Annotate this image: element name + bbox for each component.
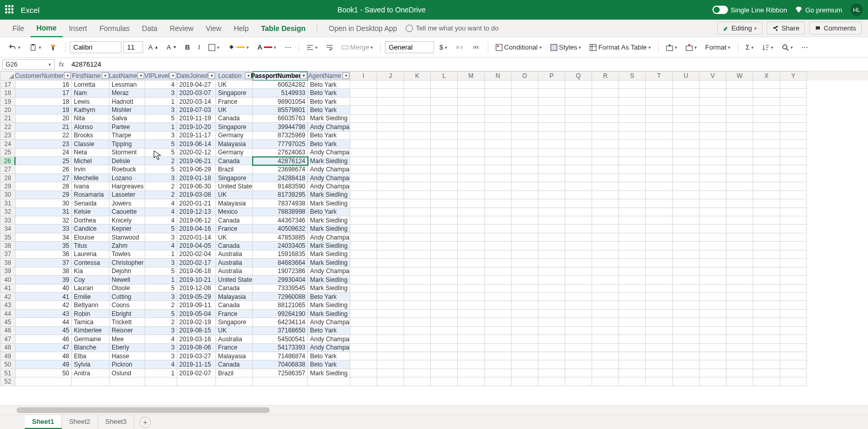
cell[interactable] <box>780 233 807 242</box>
find-button[interactable]: ▾ <box>779 42 796 53</box>
cell[interactable] <box>377 284 404 293</box>
cell[interactable]: 37 <box>16 259 72 267</box>
cell[interactable] <box>619 123 646 131</box>
cell[interactable]: Eberly <box>110 344 145 352</box>
cell[interactable] <box>619 216 646 225</box>
cell[interactable] <box>673 344 700 352</box>
cell[interactable] <box>538 233 565 242</box>
cell[interactable] <box>404 165 431 173</box>
cell[interactable] <box>485 157 512 165</box>
cell[interactable] <box>565 123 592 131</box>
cell[interactable]: 5 <box>145 140 177 148</box>
cell[interactable]: 39 <box>16 276 72 284</box>
cell[interactable] <box>673 123 700 131</box>
cell[interactable]: Kia <box>72 267 110 276</box>
cell[interactable] <box>780 242 807 250</box>
cell[interactable] <box>700 242 726 250</box>
cell[interactable] <box>512 250 538 259</box>
cell[interactable] <box>377 377 404 386</box>
row-header[interactable]: 32 <box>0 208 16 216</box>
cell[interactable] <box>458 369 485 377</box>
row-header[interactable]: 39 <box>0 267 16 276</box>
cell[interactable]: 2020-03-14 <box>177 98 216 106</box>
cell[interactable] <box>726 233 753 242</box>
cell[interactable]: Mark Siedling <box>308 310 350 318</box>
cell[interactable] <box>485 352 512 360</box>
cell[interactable] <box>753 369 780 377</box>
cell[interactable] <box>350 132 377 140</box>
cell[interactable] <box>485 106 512 114</box>
cell[interactable]: 78838998 <box>253 208 308 216</box>
cell[interactable] <box>726 377 753 386</box>
select-all-corner[interactable] <box>0 71 16 81</box>
cell[interactable] <box>673 276 700 284</box>
cell[interactable] <box>565 310 592 318</box>
increase-decimal-button[interactable]: .0 <box>453 42 467 53</box>
cell[interactable] <box>404 318 431 326</box>
cell[interactable] <box>431 233 458 242</box>
cell[interactable] <box>780 216 807 225</box>
cell[interactable] <box>485 174 512 182</box>
cell[interactable] <box>458 199 485 208</box>
cell[interactable] <box>700 140 726 148</box>
cell[interactable]: Elba <box>72 352 110 360</box>
cell[interactable] <box>565 149 592 157</box>
cell[interactable] <box>512 377 538 386</box>
cell[interactable] <box>646 327 673 335</box>
cell[interactable] <box>538 360 565 369</box>
cell[interactable]: 2020-01-14 <box>177 233 216 242</box>
cell[interactable] <box>538 81 565 89</box>
cell[interactable] <box>619 174 646 182</box>
conditional-formatting-button[interactable]: Conditional▾ <box>492 41 545 53</box>
cell[interactable]: Beto Yark <box>308 89 350 97</box>
cell[interactable] <box>377 327 404 335</box>
cell[interactable] <box>565 174 592 182</box>
cell[interactable] <box>431 216 458 225</box>
cell[interactable] <box>726 191 753 199</box>
cell[interactable] <box>485 115 512 123</box>
cell[interactable]: 15916835 <box>253 250 308 259</box>
cell[interactable]: 2019-01-18 <box>177 174 216 182</box>
cell[interactable] <box>458 284 485 293</box>
cell[interactable] <box>377 369 404 377</box>
cell[interactable] <box>350 293 377 301</box>
cell[interactable] <box>377 225 404 233</box>
cell[interactable] <box>485 89 512 97</box>
cell[interactable]: Reisner <box>110 327 145 335</box>
cell[interactable]: 46 <box>16 335 72 343</box>
cell[interactable] <box>700 225 726 233</box>
cell[interactable] <box>565 157 592 165</box>
column-header-U[interactable]: U <box>673 71 700 81</box>
cell[interactable] <box>592 89 619 97</box>
cell[interactable]: Bettyann <box>72 301 110 309</box>
cell[interactable] <box>646 216 673 225</box>
cell[interactable] <box>753 310 780 318</box>
cell[interactable] <box>780 165 807 173</box>
cell[interactable]: Beto Yark <box>308 208 350 216</box>
row-header[interactable]: 33 <box>0 216 16 225</box>
cell[interactable] <box>404 81 431 89</box>
cell[interactable] <box>726 242 753 250</box>
cell[interactable] <box>458 208 485 216</box>
cell[interactable]: 25 <box>16 157 72 165</box>
wrap-text-button[interactable] <box>323 42 336 53</box>
cell[interactable]: 47 <box>16 344 72 352</box>
cell[interactable] <box>619 301 646 309</box>
cell[interactable] <box>350 318 377 326</box>
cell[interactable]: Sylvia <box>72 360 110 369</box>
cell[interactable] <box>512 208 538 216</box>
cell[interactable]: UK <box>216 233 253 242</box>
cell[interactable] <box>700 132 726 140</box>
cell[interactable] <box>377 191 404 199</box>
cell[interactable] <box>350 335 377 343</box>
cell[interactable] <box>726 360 753 369</box>
cell[interactable] <box>404 149 431 157</box>
cell[interactable] <box>646 259 673 267</box>
cell[interactable] <box>565 250 592 259</box>
row-header[interactable]: 20 <box>0 106 16 114</box>
row-header[interactable]: 50 <box>0 360 16 369</box>
cell[interactable] <box>619 140 646 148</box>
cell[interactable] <box>404 259 431 267</box>
cell[interactable] <box>377 140 404 148</box>
cell[interactable] <box>404 250 431 259</box>
